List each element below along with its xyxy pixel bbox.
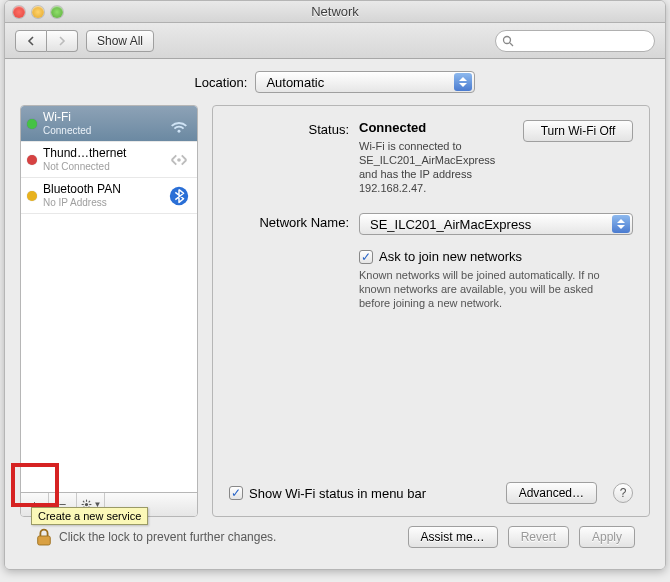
svg-point-3: [177, 158, 181, 162]
search-icon: [502, 35, 514, 47]
location-label: Location:: [195, 75, 248, 90]
titlebar: Network: [5, 1, 665, 23]
popup-arrows-icon: [612, 215, 630, 233]
lock-text: Click the lock to prevent further change…: [59, 530, 276, 544]
ask-to-join-checkbox[interactable]: ✓: [359, 250, 373, 264]
ask-to-join-hint: Known networks will be joined automatica…: [359, 268, 609, 310]
lock-icon[interactable]: [35, 527, 53, 547]
advanced-button[interactable]: Advanced…: [506, 482, 597, 504]
ask-to-join-label: Ask to join new networks: [379, 249, 522, 264]
status-dot-icon: [27, 191, 37, 201]
wifi-icon: [167, 112, 191, 136]
sidebar-item-sub: Not Connected: [43, 160, 161, 174]
apply-button[interactable]: Apply: [579, 526, 635, 548]
search-field[interactable]: [495, 30, 655, 52]
toolbar: Show All: [5, 23, 665, 59]
network-name-popup[interactable]: SE_ILC201_AirMacExpress: [359, 213, 633, 235]
revert-button[interactable]: Revert: [508, 526, 569, 548]
show-status-label: Show Wi-Fi status in menu bar: [249, 486, 426, 501]
help-button[interactable]: ?: [613, 483, 633, 503]
window-title: Network: [5, 4, 665, 19]
popup-arrows-icon: [454, 73, 472, 91]
network-name-label: Network Name:: [229, 213, 349, 235]
forward-button[interactable]: [47, 30, 78, 52]
sidebar-item-label: Bluetooth PAN: [43, 182, 161, 196]
svg-point-5: [84, 503, 87, 506]
service-list: Wi-Fi Connected Thund…thernet Not Connec…: [20, 105, 198, 517]
assist-me-button[interactable]: Assist me…: [408, 526, 498, 548]
turn-wifi-off-button[interactable]: Turn Wi-Fi Off: [523, 120, 633, 142]
sidebar-item-sub: No IP Address: [43, 196, 161, 210]
svg-point-2: [178, 129, 181, 132]
location-value: Automatic: [266, 75, 324, 90]
svg-point-0: [504, 36, 511, 43]
tooltip: Create a new service: [31, 507, 148, 525]
status-value: Connected: [359, 120, 511, 135]
svg-line-10: [83, 501, 84, 502]
status-dot-icon: [27, 119, 37, 129]
ethernet-icon: [167, 148, 191, 172]
network-name-value: SE_ILC201_AirMacExpress: [370, 217, 531, 232]
svg-line-1: [510, 43, 513, 46]
bluetooth-icon: [167, 184, 191, 208]
nav-segment: [15, 30, 78, 52]
show-all-button[interactable]: Show All: [86, 30, 154, 52]
status-detail: Wi-Fi is connected to SE_ILC201_AirMacEx…: [359, 139, 511, 195]
sidebar-item-bluetooth-pan[interactable]: Bluetooth PAN No IP Address: [21, 178, 197, 214]
sidebar-item-label: Wi-Fi: [43, 110, 161, 124]
sidebar-item-label: Thund…thernet: [43, 146, 161, 160]
svg-rect-14: [38, 536, 51, 545]
sidebar-item-thunderbolt-ethernet[interactable]: Thund…thernet Not Connected: [21, 142, 197, 178]
show-status-checkbox[interactable]: ✓: [229, 486, 243, 500]
sidebar-item-wifi[interactable]: Wi-Fi Connected: [21, 106, 197, 142]
back-button[interactable]: [15, 30, 47, 52]
detail-pane: Status: Connected Wi-Fi is connected to …: [212, 105, 650, 517]
search-input[interactable]: [518, 33, 638, 49]
svg-line-13: [88, 501, 89, 502]
status-dot-icon: [27, 155, 37, 165]
status-label: Status:: [229, 120, 349, 195]
sidebar-item-sub: Connected: [43, 124, 161, 138]
location-popup[interactable]: Automatic: [255, 71, 475, 93]
